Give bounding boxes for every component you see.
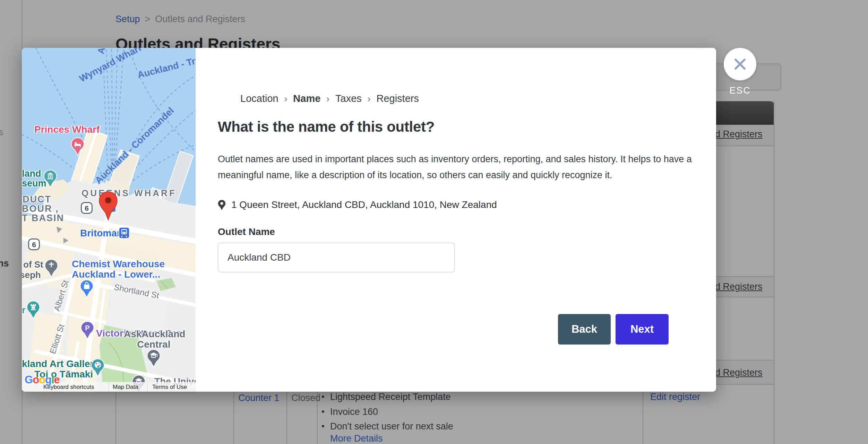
hotel-pin-icon[interactable] [71,137,85,156]
step-location: Location [240,93,278,104]
map-label-chemist-warehouse: Chemist Warehouse [72,259,165,270]
university-pin-icon[interactable] [147,349,161,368]
map-label-britomart: Britomart [80,228,124,239]
terms-of-use-link[interactable]: Terms of Use [152,384,187,391]
museum-pin-icon[interactable] [43,169,57,188]
map-label-ask-auckland: Central [137,339,170,350]
location-pin-icon [218,200,226,210]
outlet-address: 1 Queen Street, Auckland CBD, Auckland 1… [218,199,497,210]
dialog-title: What is the name of this outlet? [218,119,435,135]
svg-text:6: 6 [85,204,89,212]
dialog-description: Outlet names are used in important place… [218,151,712,183]
address-text: 1 Queen Street, Auckland CBD, Auckland 1… [231,199,497,210]
close-icon [733,57,747,71]
shopping-pin-icon[interactable] [80,279,94,298]
outlet-setup-dialog: Au Wynyard Wharf - Ke Auckland - Tryp Au… [22,48,716,392]
parking-pin-icon[interactable]: P [80,321,94,340]
map-label-queens-wharf: QUEENS WHARF [81,188,177,199]
next-button[interactable]: Next [616,314,669,345]
outlet-name-input[interactable] [218,243,455,272]
step-name: Name [293,93,320,104]
route-shield-icon: 6 [28,238,40,251]
google-logo[interactable]: Google [25,374,60,386]
map-label-maritime-museum: seum [22,178,46,189]
outlet-name-label: Outlet Name [218,226,275,237]
church-pin-icon[interactable] [44,259,58,278]
step-taxes: Taxes [335,93,362,104]
train-station-icon[interactable] [118,227,130,239]
art-gallery-pin-icon[interactable] [91,358,105,377]
step-registers: Registers [376,93,419,104]
map-label-princes-wharf: Princes Wharf [34,124,100,135]
map-label-chemist-warehouse: Auckland - Lower... [72,269,160,280]
map-label-st-patricks: of St [23,259,43,270]
svg-text:P: P [85,324,89,332]
chevron-separator-icon: › [326,94,329,104]
close-button[interactable] [724,48,756,80]
map-label-fragment: r [22,305,26,316]
map-label-ask-auckland: AskAuckland [124,329,185,340]
route-shield-icon: 6 [80,202,93,215]
location-map[interactable]: Au Wynyard Wharf - Ke Auckland - Tryp Au… [22,48,196,392]
svg-text:6: 6 [32,241,36,249]
chevron-separator-icon: › [368,94,371,104]
map-marker-icon[interactable] [98,191,118,221]
tower-pin-icon[interactable] [26,301,40,319]
map-label-viaduct: T BASIN [22,213,64,224]
back-button[interactable]: Back [558,314,611,345]
dialog-close: ESC [724,48,756,96]
map-label-art-gallery: kland Art Gallery [22,358,99,369]
map-label-maritime-museum: land [22,168,41,179]
map-label-st-patricks: seph [22,270,41,280]
chevron-separator-icon: › [284,94,287,104]
wizard-steps: Location›Name›Taxes›Registers [240,93,419,104]
map-data-link[interactable]: Map Data [113,384,138,391]
esc-hint: ESC [724,85,756,96]
